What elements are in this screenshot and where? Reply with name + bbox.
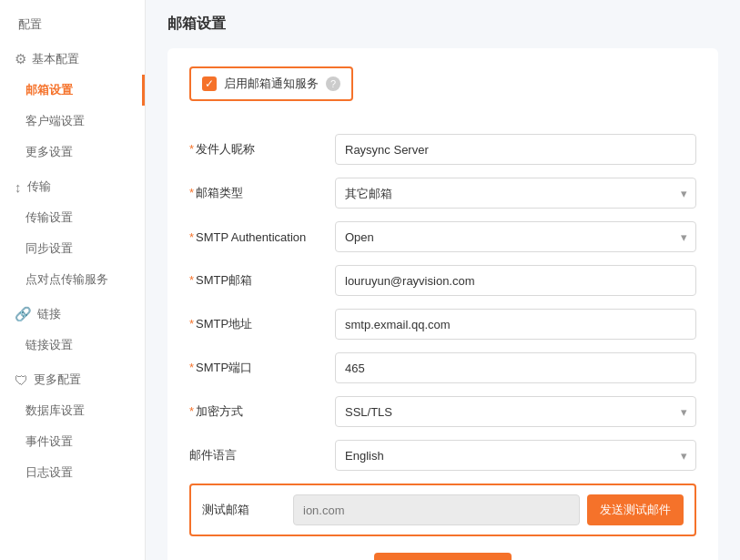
label-language: 邮件语言 xyxy=(189,447,335,463)
form-row-mail-type: *邮箱类型 其它邮箱 QQ邮箱 163邮箱 Gmail xyxy=(189,178,696,209)
page-title: 邮箱设置 xyxy=(167,15,718,34)
sidebar-item-client-settings[interactable]: 客户端设置 xyxy=(0,106,145,137)
required-star-5: * xyxy=(189,317,194,331)
transfer-icon: ↕ xyxy=(15,179,22,195)
form-row-smtp-auth: *SMTP Authentication Open Login Plain xyxy=(189,221,696,252)
sidebar-section-basic-label: 基本配置 xyxy=(32,51,79,67)
form-row-sender-name: *发件人昵称 xyxy=(189,134,696,165)
required-star-4: * xyxy=(189,273,194,287)
control-smtp-port xyxy=(335,352,696,383)
test-mail-input-wrapper xyxy=(293,494,580,525)
link-icon: 🔗 xyxy=(15,306,32,322)
save-button[interactable]: 💾 保存 xyxy=(374,553,512,560)
control-smtp-email xyxy=(335,265,696,296)
sidebar-item-db-settings[interactable]: 数据库设置 xyxy=(0,395,145,426)
required-star: * xyxy=(189,142,194,156)
sidebar-section-transfer: ↕ 传输 传输设置 同步设置 点对点传输服务 xyxy=(0,171,145,295)
sidebar: 配置 ⚙ 基本配置 邮箱设置 客户端设置 更多设置 ↕ 传输 传输设置 同步设置… xyxy=(0,0,146,560)
sidebar-section-more-label: 更多配置 xyxy=(34,372,81,388)
required-star-2: * xyxy=(189,186,194,199)
select-mail-type[interactable]: 其它邮箱 QQ邮箱 163邮箱 Gmail xyxy=(335,178,696,209)
test-mail-input[interactable] xyxy=(293,494,580,525)
select-wrapper-mail-type: 其它邮箱 QQ邮箱 163邮箱 Gmail xyxy=(335,178,696,209)
save-button-wrapper: 💾 保存 xyxy=(189,553,696,560)
form-card: ✓ 启用邮箱通知服务 ? *发件人昵称 *邮箱类型 其它邮箱 xyxy=(167,48,718,560)
select-wrapper-language: English 中文 xyxy=(335,440,696,471)
control-smtp-address xyxy=(335,309,696,340)
sidebar-item-link-settings[interactable]: 链接设置 xyxy=(0,330,145,361)
sidebar-top-label[interactable]: 配置 xyxy=(0,9,145,40)
sidebar-section-transfer-label: 传输 xyxy=(27,178,51,195)
form-row-language: 邮件语言 English 中文 xyxy=(189,440,696,471)
send-test-mail-button[interactable]: 发送测试邮件 xyxy=(587,494,684,525)
main-content: 邮箱设置 ✓ 启用邮箱通知服务 ? *发件人昵称 *邮箱类型 xyxy=(146,0,740,560)
enable-service-label: 启用邮箱通知服务 xyxy=(224,76,319,92)
input-smtp-address[interactable] xyxy=(335,309,696,340)
sidebar-section-link-label: 链接 xyxy=(37,306,61,322)
form-row-encrypt: *加密方式 SSL/TLS STARTTLS None xyxy=(189,396,696,427)
sidebar-section-link: 🔗 链接 链接设置 xyxy=(0,299,145,361)
sidebar-item-event-settings[interactable]: 事件设置 xyxy=(0,426,145,457)
form-row-smtp-port: *SMTP端口 xyxy=(189,352,696,383)
control-sender-name xyxy=(335,134,696,165)
shield-icon: 🛡 xyxy=(15,372,28,388)
sidebar-item-transfer-settings[interactable]: 传输设置 xyxy=(0,202,145,233)
label-smtp-address: *SMTP地址 xyxy=(189,316,335,332)
help-icon[interactable]: ? xyxy=(326,76,340,91)
label-smtp-email: *SMTP邮箱 xyxy=(189,272,335,289)
test-mail-row: 测试邮箱 发送测试邮件 xyxy=(202,494,684,525)
select-language[interactable]: English 中文 xyxy=(335,440,696,471)
sidebar-item-sync-settings[interactable]: 同步设置 xyxy=(0,233,145,264)
select-wrapper-encrypt: SSL/TLS STARTTLS None xyxy=(335,396,696,427)
label-smtp-auth: *SMTP Authentication xyxy=(189,230,335,244)
input-smtp-port[interactable] xyxy=(335,352,696,383)
control-encrypt: SSL/TLS STARTTLS None xyxy=(335,396,696,427)
sidebar-section-more: 🛡 更多配置 数据库设置 事件设置 日志设置 xyxy=(0,364,145,488)
test-mail-section: 测试邮箱 发送测试邮件 xyxy=(189,484,696,536)
required-star-6: * xyxy=(189,361,194,374)
input-sender-name[interactable] xyxy=(335,134,696,165)
sidebar-section-transfer-header: ↕ 传输 xyxy=(0,171,145,202)
sidebar-item-more-settings[interactable]: 更多设置 xyxy=(0,137,145,168)
checkmark-icon: ✓ xyxy=(205,77,214,90)
sidebar-section-basic: ⚙ 基本配置 邮箱设置 客户端设置 更多设置 xyxy=(0,44,145,168)
select-encrypt[interactable]: SSL/TLS STARTTLS None xyxy=(335,396,696,427)
label-mail-type: *邮箱类型 xyxy=(189,185,335,201)
form-row-smtp-email: *SMTP邮箱 xyxy=(189,265,696,296)
test-mail-label: 测试邮箱 xyxy=(202,502,293,518)
input-smtp-email[interactable] xyxy=(335,265,696,296)
sidebar-item-email-settings[interactable]: 邮箱设置 xyxy=(0,75,145,106)
label-encrypt: *加密方式 xyxy=(189,403,335,420)
form-row-smtp-address: *SMTP地址 xyxy=(189,309,696,340)
control-mail-type: 其它邮箱 QQ邮箱 163邮箱 Gmail xyxy=(335,178,696,209)
sidebar-section-more-header: 🛡 更多配置 xyxy=(0,364,145,395)
select-smtp-auth[interactable]: Open Login Plain xyxy=(335,221,696,252)
control-language: English 中文 xyxy=(335,440,696,471)
sidebar-section-link-header: 🔗 链接 xyxy=(0,299,145,330)
enable-checkbox[interactable]: ✓ xyxy=(202,76,217,91)
required-star-7: * xyxy=(189,404,194,418)
required-star-3: * xyxy=(189,230,194,244)
select-wrapper-smtp-auth: Open Login Plain xyxy=(335,221,696,252)
control-smtp-auth: Open Login Plain xyxy=(335,221,696,252)
label-sender-name: *发件人昵称 xyxy=(189,141,335,158)
sidebar-item-log-settings[interactable]: 日志设置 xyxy=(0,457,145,488)
enable-service-row[interactable]: ✓ 启用邮箱通知服务 ? xyxy=(189,66,353,101)
sidebar-section-basic-header: ⚙ 基本配置 xyxy=(0,44,145,75)
gear-icon: ⚙ xyxy=(15,51,26,67)
sidebar-item-p2p-service[interactable]: 点对点传输服务 xyxy=(0,264,145,295)
label-smtp-port: *SMTP端口 xyxy=(189,360,335,376)
